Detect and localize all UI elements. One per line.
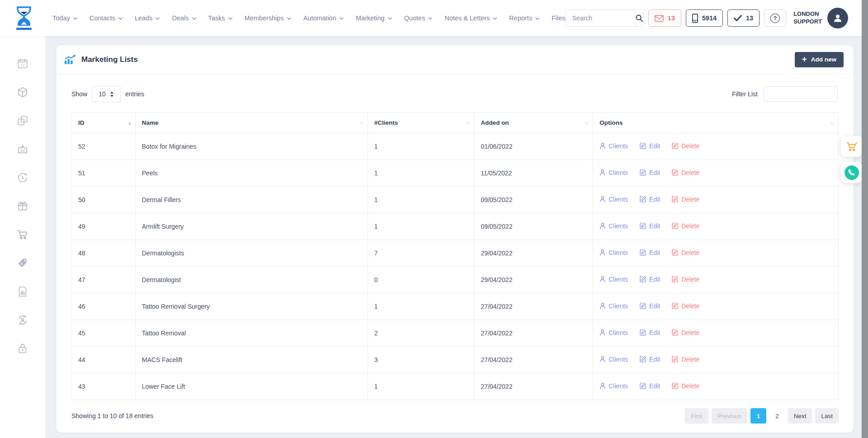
- sort-icon[interactable]: ↑↓: [585, 120, 589, 126]
- edit-icon: [640, 356, 646, 363]
- edit-icon: [640, 329, 646, 336]
- edit-link[interactable]: Edit: [640, 222, 660, 230]
- person-icon: [599, 196, 606, 203]
- delete-link[interactable]: Delete: [672, 356, 699, 363]
- nav-item-marketing[interactable]: Marketing: [356, 14, 392, 22]
- clients-link[interactable]: Clients: [599, 329, 628, 336]
- package-icon[interactable]: [17, 86, 28, 98]
- edit-link[interactable]: Edit: [640, 142, 660, 150]
- cell-name: Dermatologists: [135, 240, 368, 267]
- delete-link[interactable]: Delete: [672, 142, 699, 150]
- add-new-button[interactable]: + Add new: [795, 52, 844, 67]
- user-name[interactable]: LONDON SUPPORT: [793, 10, 822, 26]
- price-tag-icon[interactable]: $: [17, 257, 28, 269]
- delete-link[interactable]: Delete: [672, 276, 699, 283]
- sort-icon[interactable]: ↑↓: [830, 120, 835, 126]
- cell-id: 44: [72, 347, 136, 373]
- nav-item-quotes[interactable]: Quotes: [404, 14, 433, 22]
- clients-link[interactable]: Clients: [599, 222, 628, 230]
- sort-icon[interactable]: ↑↓: [359, 120, 363, 126]
- clients-link[interactable]: Clients: [599, 276, 628, 283]
- filter-input[interactable]: [764, 86, 838, 102]
- nav-item-contacts[interactable]: Contacts: [90, 14, 123, 22]
- edit-link[interactable]: Edit: [640, 196, 660, 203]
- column-header-id[interactable]: ID↑↓: [72, 113, 136, 133]
- cell-id: 52: [72, 133, 136, 160]
- page-1-button[interactable]: 1: [750, 408, 767, 424]
- edit-link[interactable]: Edit: [640, 169, 660, 176]
- next-page-button[interactable]: Next: [788, 408, 812, 424]
- clients-link[interactable]: Clients: [599, 249, 628, 256]
- edit-link[interactable]: Edit: [640, 356, 660, 363]
- nav-item-files[interactable]: Files: [552, 14, 566, 22]
- pages-icon[interactable]: [17, 115, 28, 127]
- calendar-icon[interactable]: 12: [17, 58, 28, 70]
- edit-link[interactable]: Edit: [640, 382, 660, 390]
- table-header-row: ID↑↓ Name↑↓ #Clients↑↓ Added on↑↓ Option…: [72, 113, 839, 133]
- cart-icon[interactable]: [17, 229, 28, 240]
- table-row: 44MACS Facelift327/04/2022ClientsEditDel…: [72, 347, 839, 373]
- nav-item-leads[interactable]: Leads: [135, 14, 160, 22]
- clients-link[interactable]: Clients: [599, 382, 628, 390]
- delete-link[interactable]: Delete: [672, 196, 699, 203]
- floating-phone-button[interactable]: [841, 162, 862, 183]
- help-button[interactable]: ?: [764, 9, 786, 27]
- tasks-badge[interactable]: 13: [727, 9, 760, 27]
- nav-item-deals[interactable]: Deals: [172, 14, 196, 22]
- delete-link[interactable]: Delete: [672, 169, 699, 176]
- table-row: 47Dermatologist029/04/2022ClientsEditDel…: [72, 267, 839, 293]
- bag-receive-icon[interactable]: [17, 143, 28, 155]
- clients-link[interactable]: Clients: [599, 356, 628, 363]
- clients-link[interactable]: Clients: [599, 196, 628, 203]
- column-header-options[interactable]: Options↑↓: [593, 113, 839, 133]
- avatar[interactable]: [827, 8, 848, 28]
- nav-item-automation[interactable]: Automation: [303, 14, 344, 22]
- delete-link[interactable]: Delete: [672, 302, 699, 310]
- delete-link[interactable]: Delete: [672, 222, 699, 230]
- column-header-name[interactable]: Name↑↓: [135, 113, 368, 133]
- delete-link[interactable]: Delete: [672, 382, 699, 390]
- last-page-button[interactable]: Last: [815, 408, 839, 424]
- report-icon[interactable]: [17, 286, 28, 297]
- plus-icon: +: [802, 55, 807, 63]
- delete-link[interactable]: Delete: [672, 329, 699, 336]
- app-logo-hourglass-icon[interactable]: [12, 5, 36, 31]
- clients-link[interactable]: Clients: [599, 302, 628, 310]
- edit-link[interactable]: Edit: [640, 249, 660, 256]
- nav-item-notes-letters[interactable]: Notes & Letters: [444, 14, 497, 22]
- delete-link[interactable]: Delete: [672, 249, 699, 256]
- nav-item-tasks[interactable]: Tasks: [208, 14, 232, 22]
- previous-page-button[interactable]: Previous: [712, 408, 747, 424]
- cell-options: ClientsEditDelete: [593, 293, 839, 320]
- column-header-clients[interactable]: #Clients↑↓: [368, 113, 474, 133]
- first-page-button[interactable]: First: [685, 408, 708, 424]
- column-header-added-on[interactable]: Added on↑↓: [474, 113, 593, 133]
- nav-item-label: Deals: [172, 14, 189, 22]
- cell-clients: 3: [368, 347, 474, 373]
- cell-name: Armlift Surgery: [135, 213, 368, 240]
- vertical-scrollbar[interactable]: [862, 0, 868, 438]
- cell-name: Botox for Migraines: [135, 133, 368, 160]
- calls-badge[interactable]: 5914: [686, 9, 723, 27]
- page-size-select[interactable]: 10: [92, 86, 121, 102]
- nav-item-reports[interactable]: Reports: [509, 14, 539, 22]
- gift-icon[interactable]: [17, 200, 28, 212]
- history-icon[interactable]: [17, 172, 28, 184]
- search-input[interactable]: [566, 10, 635, 26]
- card-footer: Showing 1 to 10 of 18 entries First Prev…: [57, 400, 854, 433]
- edit-link[interactable]: Edit: [640, 302, 660, 310]
- page-2-button[interactable]: 2: [769, 408, 785, 424]
- edit-link[interactable]: Edit: [640, 329, 660, 336]
- nav-item-memberships[interactable]: Memberships: [245, 14, 291, 22]
- sort-icon[interactable]: ↑↓: [127, 120, 131, 126]
- edit-link[interactable]: Edit: [640, 276, 660, 283]
- lock-icon[interactable]: [17, 343, 28, 354]
- sort-icon[interactable]: ↑↓: [466, 120, 470, 126]
- account-sync-icon[interactable]: [17, 314, 28, 326]
- messages-badge[interactable]: 13: [648, 9, 681, 27]
- clients-link[interactable]: Clients: [599, 142, 628, 150]
- nav-item-today[interactable]: Today: [52, 14, 77, 22]
- search-button[interactable]: [635, 10, 643, 26]
- floating-cart-button[interactable]: [841, 136, 862, 157]
- clients-link[interactable]: Clients: [599, 169, 628, 176]
